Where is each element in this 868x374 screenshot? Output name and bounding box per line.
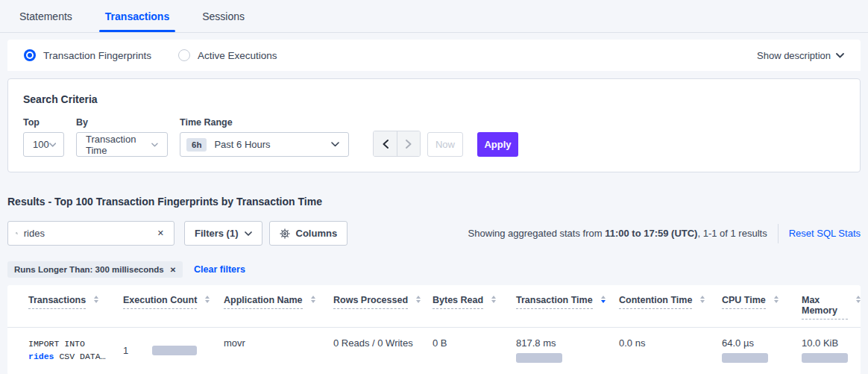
cell-transaction-time: 817.8 ms (516, 337, 619, 363)
radio-active-executions[interactable]: Active Executions (178, 49, 277, 61)
table-row: IMPORT INTO rides CSV DATA… 1 movr 0 Rea… (7, 328, 861, 374)
time-range-badge: 6h (186, 138, 207, 152)
stats-time-window: 11:00 to 17:59 (UTC) (605, 228, 697, 239)
page-tabs: Statements Transactions Sessions (0, 0, 868, 33)
time-range-label: Time Range (180, 117, 349, 128)
filters-label: Filters (1) (195, 228, 239, 239)
chevron-down-icon (331, 142, 339, 147)
remove-filter-icon[interactable]: ✕ (170, 266, 176, 274)
sort-toggle-active-desc[interactable] (601, 296, 606, 303)
time-range-field: Time Range 6h Past 6 Hours (180, 117, 349, 157)
results-table: Transactions Execution Count Application… (7, 285, 861, 374)
now-button[interactable]: Now (427, 132, 463, 157)
col-header-execution-count: Execution Count (123, 295, 224, 327)
time-step-group (373, 131, 421, 157)
cell-contention-time: 0.0 ns (619, 337, 722, 363)
apply-button[interactable]: Apply (477, 132, 518, 157)
execution-count-bar (152, 346, 197, 355)
search-match-highlight: rides (28, 352, 54, 361)
sort-toggle[interactable] (491, 296, 496, 303)
cell-execution-count: 1 (123, 337, 224, 363)
chevron-left-icon (383, 140, 389, 149)
time-range-select[interactable]: 6h Past 6 Hours (180, 132, 349, 157)
col-header-application-name: Application Name (224, 295, 333, 327)
sort-toggle[interactable] (700, 296, 705, 303)
by-label: By (76, 117, 168, 128)
max-memory-bar (802, 353, 848, 363)
vertical-divider (778, 224, 779, 243)
show-description-toggle[interactable]: Show description (757, 50, 844, 61)
by-select[interactable]: Transaction Time (76, 132, 168, 157)
sort-toggle[interactable] (205, 296, 210, 303)
col-header-bytes-read: Bytes Read (433, 295, 516, 327)
chevron-down-icon (836, 53, 844, 58)
filter-pill: Runs Longer Than: 300 milliseconds ✕ (7, 261, 183, 278)
results-controls: ✕ Filters (1) Columns Showing aggregated… (7, 221, 861, 246)
top-label: Top (23, 117, 64, 128)
next-time-button[interactable] (397, 131, 420, 156)
tab-sessions[interactable]: Sessions (201, 10, 246, 32)
radio-transaction-fingerprints[interactable]: Transaction Fingerprints (24, 49, 151, 61)
col-header-max-memory: Max Memory (802, 295, 861, 327)
cell-application-name: movr (224, 337, 333, 363)
cpu-time-bar (722, 353, 768, 363)
chevron-down-icon (49, 143, 56, 147)
view-toggle-row: Transaction Fingerprints Active Executio… (7, 40, 861, 71)
top-value: 100 (33, 139, 49, 150)
radio-unselected-icon (178, 49, 190, 61)
transaction-fingerprint-link[interactable]: IMPORT INTO rides CSV DATA… (28, 337, 123, 363)
filters-button[interactable]: Filters (1) (184, 221, 262, 246)
active-filters-row: Runs Longer Than: 300 milliseconds ✕ Cle… (7, 261, 861, 278)
show-description-label: Show description (757, 50, 831, 61)
col-header-cpu-time: CPU Time (722, 295, 802, 327)
prev-time-button[interactable] (374, 131, 397, 156)
reset-sql-stats-link[interactable]: Reset SQL Stats (789, 228, 861, 239)
sort-toggle[interactable] (416, 296, 421, 303)
columns-label: Columns (296, 228, 338, 239)
chevron-down-icon (245, 231, 252, 236)
radio-label: Transaction Fingerprints (43, 50, 151, 61)
aggregated-stats-text: Showing aggregated stats from 11:00 to 1… (468, 228, 767, 239)
by-value: Transaction Time (86, 134, 151, 156)
top-select[interactable]: 100 (23, 132, 64, 157)
chevron-down-icon (151, 143, 158, 147)
clear-search-icon[interactable]: ✕ (155, 227, 166, 240)
search-criteria-card: Search Criteria Top 100 By Transaction T… (7, 78, 861, 172)
search-criteria-title: Search Criteria (23, 93, 845, 105)
sort-toggle[interactable] (856, 296, 861, 303)
cell-max-memory: 10.0 KiB (802, 337, 861, 363)
filter-pill-label: Runs Longer Than: 300 milliseconds (14, 265, 164, 274)
col-header-transactions: Transactions (28, 295, 123, 327)
transaction-time-bar (516, 353, 562, 363)
sort-toggle[interactable] (311, 296, 315, 303)
columns-button[interactable]: Columns (269, 221, 348, 246)
sort-toggle[interactable] (94, 296, 98, 303)
cell-cpu-time: 64.0 µs (722, 337, 802, 363)
cell-bytes-read: 0 B (433, 337, 516, 363)
sort-toggle[interactable] (774, 296, 779, 303)
search-input[interactable] (24, 228, 155, 239)
time-range-value: Past 6 Hours (214, 139, 270, 150)
col-header-contention-time: Contention Time (619, 295, 722, 327)
col-header-rows-processed: Rows Processed (333, 295, 433, 327)
tab-transactions[interactable]: Transactions (104, 10, 171, 32)
radio-label: Active Executions (198, 50, 277, 61)
gear-icon (280, 228, 290, 239)
radio-selected-icon (24, 49, 36, 61)
search-criteria-form: Top 100 By Transaction Time Time Range 6… (23, 117, 845, 157)
tab-statements[interactable]: Statements (18, 10, 74, 32)
results-title: Results - Top 100 Transaction Fingerprin… (7, 196, 861, 208)
chevron-right-icon (406, 140, 412, 149)
cell-rows-processed: 0 Reads / 0 Writes (333, 337, 433, 363)
clear-filters-link[interactable]: Clear filters (194, 264, 245, 275)
search-box: ✕ (7, 221, 174, 246)
search-icon (16, 228, 18, 238)
col-header-transaction-time: Transaction Time (516, 295, 619, 327)
table-header-row: Transactions Execution Count Application… (7, 295, 861, 327)
top-field: Top 100 (23, 117, 64, 157)
by-field: By Transaction Time (76, 117, 168, 157)
